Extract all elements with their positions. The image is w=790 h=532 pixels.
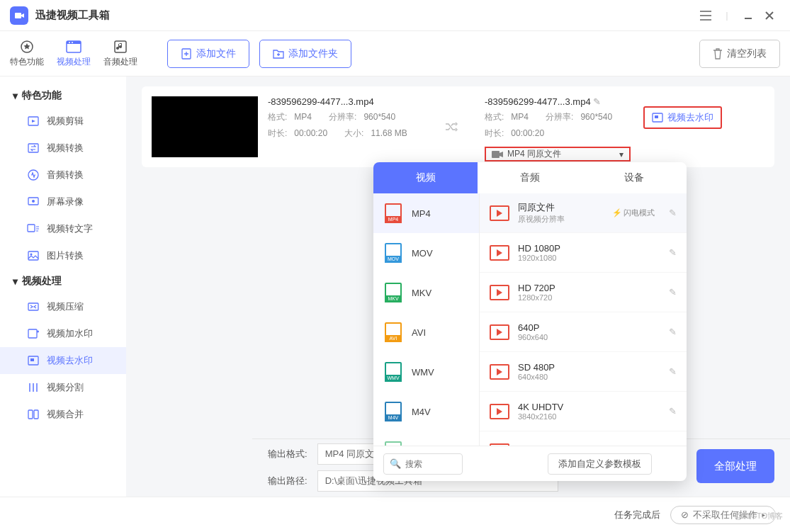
sidebar-item-remove-watermark[interactable]: 视频去水印 bbox=[0, 347, 126, 374]
svg-point-12 bbox=[32, 200, 35, 203]
popup-tab-audio[interactable]: 音频 bbox=[478, 162, 582, 193]
remove-watermark-button[interactable]: 视频去水印 bbox=[643, 106, 722, 129]
tab-special[interactable]: 特色功能 bbox=[10, 39, 44, 68]
ban-icon: ⊘ bbox=[681, 509, 689, 520]
video-file-icon bbox=[490, 285, 509, 300]
fmt-mov[interactable]: MOV bbox=[373, 233, 479, 273]
format-dropdown[interactable]: MP4 同原文件▾ bbox=[485, 147, 631, 162]
video-file-icon bbox=[490, 324, 509, 340]
sidebar-section-video[interactable]: ▾视频处理 bbox=[0, 269, 126, 293]
output-format-label: 输出格式: bbox=[268, 448, 307, 460]
add-custom-template-button[interactable]: 添加自定义参数模板 bbox=[548, 453, 652, 475]
sidebar-item-video-merge[interactable]: 视频合并 bbox=[0, 401, 126, 428]
clear-list-button[interactable]: 清空列表 bbox=[699, 40, 780, 68]
search-icon: 🔍 bbox=[390, 458, 401, 469]
app-logo bbox=[10, 6, 28, 25]
svg-rect-21 bbox=[34, 410, 38, 419]
shuffle-icon[interactable] bbox=[444, 120, 458, 134]
res-4k-uhd[interactable]: 4K UHDTV3840x2160✎ bbox=[480, 392, 687, 431]
res-720p[interactable]: HD 720P1280x720✎ bbox=[480, 273, 687, 312]
sidebar-item-add-watermark[interactable]: 视频加水印 bbox=[0, 320, 126, 347]
svg-rect-17 bbox=[28, 329, 37, 338]
sidebar-item-screen-record[interactable]: 屏幕录像 bbox=[0, 188, 126, 215]
menu-icon[interactable] bbox=[695, 5, 716, 26]
edit-icon[interactable]: ✎ bbox=[669, 287, 677, 298]
sidebar-item-video-cut[interactable]: 视频剪辑 bbox=[0, 108, 126, 135]
svg-rect-19 bbox=[30, 358, 34, 361]
video-file-icon bbox=[490, 245, 509, 261]
chevron-down-icon: ▾ bbox=[13, 90, 18, 101]
res-original[interactable]: 同原文件原视频分辨率⚡闪电模式✎ bbox=[480, 193, 687, 233]
fmt-avi[interactable]: AVI bbox=[373, 312, 479, 352]
svg-point-4 bbox=[69, 42, 70, 43]
edit-icon[interactable]: ✎ bbox=[669, 327, 677, 337]
divider-icon: | bbox=[716, 5, 738, 26]
statusbar: 任务完成后 ⊘不采取任何操作▸ bbox=[0, 497, 790, 532]
format-list: MP4 MOV MKV AVI WMV M4V MPG bbox=[373, 193, 480, 446]
file-plus-icon bbox=[181, 48, 192, 60]
flash-mode-badge: ⚡闪电模式 bbox=[612, 208, 655, 218]
audio-icon bbox=[113, 39, 128, 55]
app-title: 迅捷视频工具箱 bbox=[35, 9, 110, 22]
svg-point-15 bbox=[30, 254, 33, 256]
after-task-label: 任务完成后 bbox=[614, 509, 660, 521]
sidebar-item-video-compress[interactable]: 视频压缩 bbox=[0, 293, 126, 320]
avi-icon bbox=[385, 322, 402, 342]
sidebar: ▾特色功能 视频剪辑 视频转换 音频转换 屏幕录像 视频转文字 图片转换 ▾视频… bbox=[0, 77, 126, 497]
sidebar-item-image-convert[interactable]: 图片转换 bbox=[0, 242, 126, 269]
fmt-mpg[interactable]: MPG bbox=[373, 431, 479, 446]
mkv-icon bbox=[385, 283, 402, 302]
res-4k-full[interactable]: 4K Full Aperture✎ bbox=[480, 431, 687, 446]
minimize-icon[interactable] bbox=[738, 5, 759, 26]
popup-tab-video[interactable]: 视频 bbox=[373, 162, 478, 193]
search-box[interactable]: 🔍 bbox=[383, 453, 463, 475]
tab-audio[interactable]: 音频处理 bbox=[103, 39, 137, 68]
cut-icon bbox=[27, 115, 40, 128]
fmt-mp4[interactable]: MP4 bbox=[373, 193, 479, 233]
fmt-wmv[interactable]: WMV bbox=[373, 352, 479, 392]
sidebar-section-special[interactable]: ▾特色功能 bbox=[0, 84, 126, 108]
sidebar-item-video-convert[interactable]: 视频转换 bbox=[0, 135, 126, 162]
output-path-label: 输出路径: bbox=[268, 475, 307, 487]
tab-video[interactable]: 视频处理 bbox=[57, 39, 91, 68]
svg-rect-24 bbox=[655, 115, 658, 118]
svg-rect-22 bbox=[492, 151, 500, 158]
toolbar: 特色功能 视频处理 音频处理 添加文件 添加文件夹 清空列表 bbox=[0, 31, 790, 77]
titlebar: 迅捷视频工具箱 | bbox=[0, 0, 790, 31]
edit-name-icon[interactable]: ✎ bbox=[593, 96, 601, 107]
page-watermark: @51CTO博客 bbox=[735, 511, 783, 521]
res-640p[interactable]: 640P960x640✎ bbox=[480, 312, 687, 352]
edit-icon[interactable]: ✎ bbox=[669, 406, 677, 417]
star-icon bbox=[19, 39, 35, 55]
v2text-icon bbox=[27, 222, 40, 235]
edit-icon[interactable]: ✎ bbox=[669, 366, 677, 377]
edit-icon[interactable]: ✎ bbox=[669, 247, 677, 258]
add-folder-button[interactable]: 添加文件夹 bbox=[259, 40, 351, 68]
sidebar-item-video-to-text[interactable]: 视频转文字 bbox=[0, 215, 126, 242]
sidebar-item-audio-convert[interactable]: 音频转换 bbox=[0, 162, 126, 188]
split-icon bbox=[27, 381, 40, 394]
audio-convert-icon bbox=[27, 169, 40, 181]
mpg-icon bbox=[385, 441, 402, 446]
search-input[interactable] bbox=[405, 459, 455, 469]
resolution-list: 同原文件原视频分辨率⚡闪电模式✎ HD 1080P1920x1080✎ HD 7… bbox=[480, 193, 687, 446]
res-1080p[interactable]: HD 1080P1920x1080✎ bbox=[480, 233, 687, 273]
res-480p[interactable]: SD 480P640x480✎ bbox=[480, 352, 687, 392]
output-file-name: -839596299-4477...3.mp4 ✎ bbox=[485, 96, 633, 107]
video-thumbnail[interactable] bbox=[152, 96, 258, 157]
fmt-m4v[interactable]: M4V bbox=[373, 392, 479, 431]
close-icon[interactable] bbox=[759, 5, 780, 26]
popup-tab-device[interactable]: 设备 bbox=[582, 162, 687, 193]
video-file-icon bbox=[490, 205, 509, 221]
add-file-button[interactable]: 添加文件 bbox=[167, 40, 249, 68]
wmv-icon bbox=[385, 362, 402, 382]
fmt-mkv[interactable]: MKV bbox=[373, 273, 479, 312]
sidebar-item-video-split[interactable]: 视频分割 bbox=[0, 374, 126, 401]
process-all-button[interactable]: 全部处理 bbox=[696, 449, 774, 483]
edit-icon[interactable]: ✎ bbox=[669, 208, 677, 218]
format-popup: 视频 音频 设备 MP4 MOV MKV AVI WMV M4V MPG 同原文… bbox=[373, 162, 687, 481]
camera-icon bbox=[492, 150, 503, 159]
svg-rect-20 bbox=[28, 410, 33, 419]
record-icon bbox=[27, 196, 40, 208]
compress-icon bbox=[27, 300, 40, 313]
